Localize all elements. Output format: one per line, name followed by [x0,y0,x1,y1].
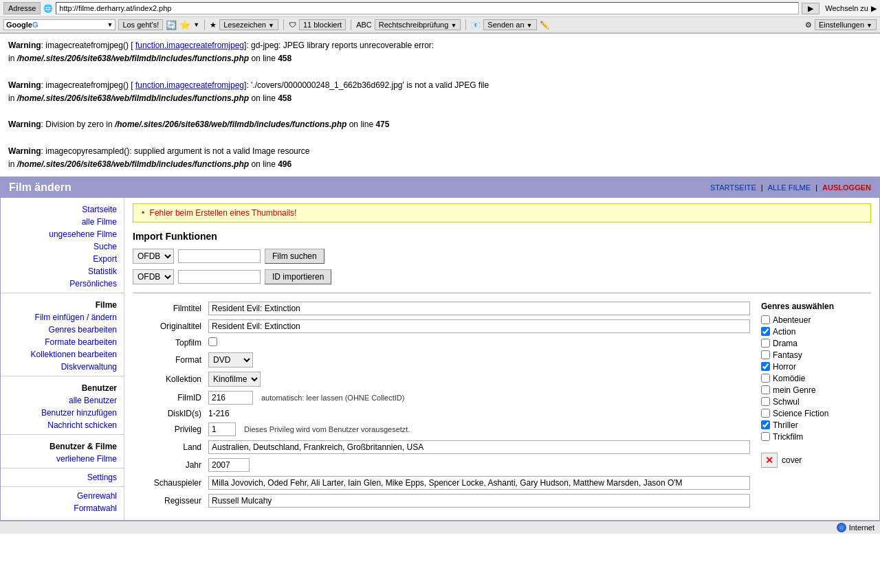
topfilm-checkbox[interactable] [208,337,217,346]
spell-icon: ABC [356,21,372,29]
sidebar-item-formate-bearbeiten[interactable]: Formate bearbeiten [1,336,124,348]
header-ausloggen-link[interactable]: AUSLOGGEN [822,183,871,192]
genre-trickfilm-label: Trickfilm [773,432,803,442]
google-input[interactable] [38,21,107,29]
genre-drama-checkbox[interactable] [761,339,770,348]
import-select-1[interactable]: OFDB [133,249,174,264]
schauspieler-input[interactable] [208,476,750,490]
format-select[interactable]: DVD Blu-ray VHS [208,352,253,368]
sidebar-item-persoenliches[interactable]: Persönliches [1,278,124,290]
sidebar-item-verliehene-filme[interactable]: verliehene Filme [1,453,124,465]
page-title: Film ändern [9,181,72,194]
page-container: Film ändern STARTSEITE | ALLE FILME | AU… [0,177,880,521]
toolbar: Google G ▼ Los geht's! 🔄 ⭐ ▼ ★ Lesezeich… [0,17,880,33]
sidebar-divider-5 [1,486,124,487]
genre-science-fiction-checkbox[interactable] [761,409,770,418]
jahr-input[interactable] [208,458,250,472]
film-suchen-button[interactable]: Film suchen [265,249,324,264]
warn-link-1[interactable]: function.imagecreatefromjpeg [135,41,244,50]
genre-schwul: Schwul [761,397,871,407]
sidebar-item-alle-benutzer[interactable]: alle Benutzer [1,394,124,407]
genre-action-checkbox[interactable] [761,327,770,336]
warning-2: Warning: imagecreatefromjpeg() [ functio… [8,79,872,105]
sidebar-item-diskverwaltung[interactable]: Diskverwaltung [1,361,124,373]
rechtschreibung-button[interactable]: Rechtschreibprüfung ▼ [375,19,461,30]
wechseln-arrow: ▶ [871,4,877,13]
sidebar-item-formatwahl[interactable]: Formatwahl [1,502,124,514]
format-row: Format DVD Blu-ray VHS [133,352,750,368]
import-row-2: OFDB ID importieren [133,269,871,284]
id-importieren-button[interactable]: ID importieren [265,269,331,284]
toolbar-separator-2 [283,19,284,30]
kollektion-label: Kollektion [133,374,208,384]
einstellungen-arrow: ▼ [866,22,872,29]
header-allefilme-link[interactable]: ALLE FILME [768,183,811,192]
genre-mein-genre-checkbox[interactable] [761,385,770,394]
regisseur-row: Regisseur [133,494,750,508]
regisseur-input[interactable] [208,494,750,508]
sidebar-item-genres-bearbeiten[interactable]: Genres bearbeiten [1,324,124,336]
senden-button[interactable]: Senden an ▼ [483,19,536,30]
sidebar-item-statistik[interactable]: Statistik [1,265,124,278]
genre-drama: Drama [761,339,871,348]
einstellungen-button[interactable]: Einstellungen ▼ [815,19,877,30]
sidebar-item-genrewahl[interactable]: Genrewahl [1,490,124,502]
import-select-2[interactable]: OFDB [133,269,174,284]
genre-schwul-checkbox[interactable] [761,397,770,406]
sidebar-item-ungesehene-filme[interactable]: ungesehene Filme [1,228,124,240]
cover-remove-button[interactable]: ✕ [761,453,778,468]
header-startseite-link[interactable]: STARTSEITE [710,183,756,192]
internet-icon [837,523,846,532]
genre-thriller-checkbox[interactable] [761,420,770,429]
diskids-row: DiskID(s) 1-216 [133,409,750,418]
sidebar-item-film-einfuegen[interactable]: Film einfügen / ändern [1,311,124,324]
warn-link-2[interactable]: function.imagecreatefromjpeg [135,80,244,90]
regisseur-label: Regisseur [133,496,208,506]
sidebar-item-export[interactable]: Export [1,253,124,265]
main-content: • Fehler beim Erstellen eines Thumbnails… [124,198,879,520]
genre-komoedie-label: Komödie [773,374,805,383]
blocked-button[interactable]: 11 blockiert [299,19,346,30]
senden-label: Senden an [487,21,524,29]
import-search-input[interactable] [178,249,261,263]
filmid-label: FilmID [133,393,208,403]
genre-fantasy-checkbox[interactable] [761,350,770,359]
sidebar-item-settings[interactable]: Settings [1,471,124,484]
go-button[interactable]: ▶ [802,3,820,14]
privileg-row: Privileg Dieses Privileg wird vom Benutz… [133,422,750,436]
header-sep-1: | [761,183,765,192]
filmtitel-input[interactable] [208,302,750,315]
genre-abenteuer: Abenteuer [761,315,871,325]
page-header: Film ändern STARTSEITE | ALLE FILME | AU… [1,177,879,198]
sidebar-item-alle-filme[interactable]: alle Filme [1,216,124,228]
sidebar-item-nachricht-schicken[interactable]: Nachricht schicken [1,419,124,431]
kollektion-select[interactable]: Kinofilme [208,372,261,387]
cover-label: cover [782,455,802,465]
genre-komoedie-checkbox[interactable] [761,374,770,383]
genre-trickfilm-checkbox[interactable] [761,432,770,441]
sidebar-item-kollektionen-bearbeiten[interactable]: Kollektionen bearbeiten [1,348,124,361]
land-label: Land [133,442,208,452]
sidebar-divider-1 [1,293,124,293]
sidebar-section-filme: Filme [1,296,124,311]
filmid-input[interactable] [208,391,253,405]
sidebar-item-benutzer-hinzufuegen[interactable]: Benutzer hinzufügen [1,407,124,419]
genre-horror-checkbox[interactable] [761,362,770,371]
topfilm-label: Topfilm [133,338,208,348]
genre-abenteuer-checkbox[interactable] [761,315,770,324]
privileg-input[interactable] [208,422,236,436]
schauspieler-row: Schauspieler [133,476,750,490]
filmtitel-row: Filmtitel [133,302,750,315]
land-input[interactable] [208,440,750,454]
jahr-label: Jahr [133,460,208,470]
originaltitel-input[interactable] [208,319,750,333]
import-id-input[interactable] [178,270,261,284]
warning-3: Warning: Division by zero in /home/.site… [8,118,872,131]
los-gehts-button[interactable]: Los geht's! [118,19,163,30]
kollektion-row: Kollektion Kinofilme [133,372,750,387]
lesezeichen-button[interactable]: Lesezeichen ▼ [219,19,278,30]
sidebar-item-suche[interactable]: Suche [1,240,124,253]
status-bar: Internet [0,521,880,534]
address-input[interactable] [56,2,799,14]
sidebar-item-startseite[interactable]: Startseite [1,203,124,216]
